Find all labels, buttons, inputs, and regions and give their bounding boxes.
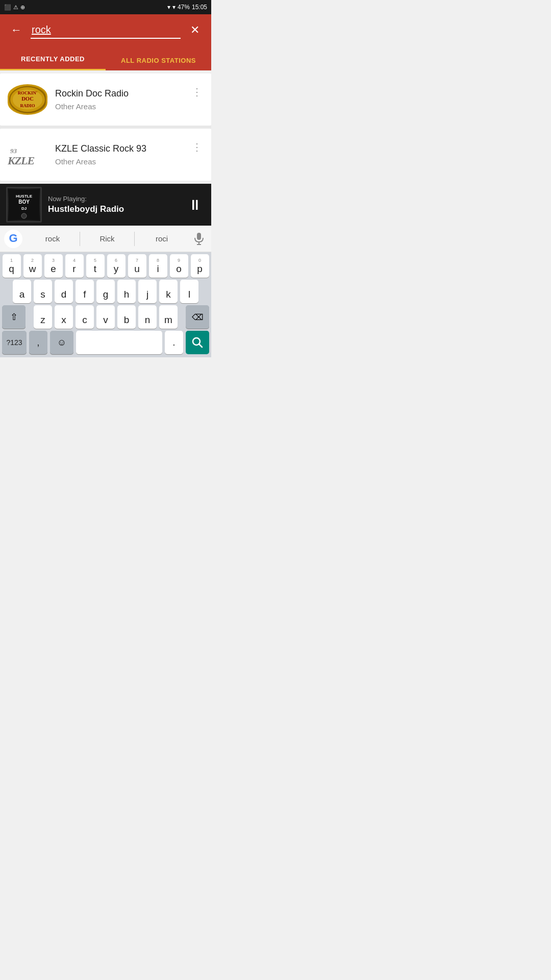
now-playing-info: Now Playing: Hustleboydj Radio — [48, 195, 179, 214]
svg-text:93: 93 — [10, 147, 17, 155]
svg-text:DOC: DOC — [21, 95, 34, 102]
station-logo-kzle: 93 KZLE — [7, 137, 48, 173]
status-right: ▾ ▾ 47% 15:05 — [167, 4, 207, 11]
svg-text:ROCKIN': ROCKIN' — [18, 90, 37, 95]
key-z[interactable]: z — [34, 305, 52, 329]
key-b[interactable]: b — [117, 305, 136, 329]
suggestion-rock[interactable]: rock — [26, 234, 80, 243]
svg-text:KZLE: KZLE — [8, 154, 35, 167]
tab-bar: RECENTLY ADDED ALL RADIO STATIONS — [0, 46, 211, 70]
key-m[interactable]: m — [159, 305, 178, 329]
warning-icon: ⚠ — [13, 4, 18, 11]
notification-icon: ⬛ — [4, 4, 11, 11]
key-r[interactable]: 4r — [65, 254, 84, 278]
svg-line-18 — [199, 344, 202, 347]
svg-rect-14 — [197, 233, 201, 240]
svg-point-11 — [21, 213, 27, 218]
key-q[interactable]: 1q — [3, 254, 21, 278]
keyboard-row-2: a s d f g h j k l — [0, 278, 211, 303]
rockin-doc-logo-image: ROCKIN' DOC RADIO — [8, 84, 47, 115]
pause-button[interactable]: ⏸ — [185, 197, 205, 213]
key-p[interactable]: 0p — [191, 254, 209, 278]
key-f[interactable]: f — [76, 280, 94, 303]
station-card-rockin-doc[interactable]: ROCKIN' DOC RADIO Rockin Doc Radio Other… — [0, 74, 211, 126]
station-name-rockin-doc: Rockin Doc Radio — [55, 88, 183, 99]
keyboard: 1q 2w 3e 4r 5t 6y 7u 8i 9o 0p a s d f g … — [0, 252, 211, 357]
num-switch-key[interactable]: ?123 — [2, 331, 27, 354]
svg-text:DJ: DJ — [21, 206, 27, 211]
svg-text:G: G — [9, 232, 17, 244]
key-k[interactable]: k — [159, 280, 178, 303]
search-input[interactable] — [31, 22, 181, 39]
key-l[interactable]: l — [180, 280, 198, 303]
station-name-kzle: KZLE Classic Rock 93 — [55, 143, 183, 154]
space-key[interactable] — [76, 331, 162, 354]
key-g[interactable]: g — [96, 280, 115, 303]
now-playing-bar: HUSTLE BOY DJ Now Playing: Hustleboydj R… — [0, 184, 211, 226]
key-j[interactable]: j — [138, 280, 157, 303]
emoji-key[interactable]: ☺ — [50, 331, 73, 354]
key-i[interactable]: 8i — [149, 254, 167, 278]
search-header: ← ✕ — [0, 14, 211, 46]
keyboard-row-1: 1q 2w 3e 4r 5t 6y 7u 8i 9o 0p — [0, 252, 211, 278]
station-menu-rockin-doc[interactable]: ⋮ — [190, 84, 204, 100]
now-playing-logo-inner: HUSTLE BOY DJ — [8, 188, 40, 221]
key-y[interactable]: 6y — [107, 254, 126, 278]
key-s[interactable]: s — [34, 280, 52, 303]
close-button[interactable]: ✕ — [187, 23, 203, 37]
tab-all-radio-stations[interactable]: ALL RADIO STATIONS — [106, 51, 211, 70]
mic-icon[interactable] — [191, 230, 207, 248]
key-x[interactable]: x — [55, 305, 73, 329]
station-area-rockin-doc: Other Areas — [55, 102, 183, 111]
kzle-logo-image: 93 KZLE — [8, 141, 47, 168]
signal-icon: ▾ — [172, 4, 176, 11]
key-e[interactable]: 3e — [44, 254, 63, 278]
key-u[interactable]: 7u — [128, 254, 146, 278]
search-button[interactable] — [186, 331, 209, 354]
battery-text: 47% — [178, 4, 190, 11]
suggestion-rick[interactable]: Rick — [80, 234, 134, 243]
google-logo: G — [4, 230, 22, 248]
wifi-icon: ▾ — [167, 4, 170, 11]
suggestions-bar: G rock Rick roci — [0, 226, 211, 252]
key-d[interactable]: d — [55, 280, 73, 303]
now-playing-title: Hustleboydj Radio — [48, 204, 179, 214]
period-key[interactable]: . — [165, 331, 183, 354]
station-info-rockin-doc: Rockin Doc Radio Other Areas — [55, 88, 183, 111]
row3-letters: z x c v b n m — [28, 305, 183, 329]
key-n[interactable]: n — [138, 305, 157, 329]
key-t[interactable]: 5t — [86, 254, 105, 278]
now-playing-label: Now Playing: — [48, 195, 179, 203]
station-info-kzle: KZLE Classic Rock 93 Other Areas — [55, 143, 183, 166]
now-playing-logo: HUSTLE BOY DJ — [6, 187, 42, 223]
station-logo-rockin-doc: ROCKIN' DOC RADIO — [7, 82, 48, 117]
comma-key[interactable]: , — [29, 331, 47, 354]
keyboard-row-bottom: ?123 , ☺ . — [0, 329, 211, 357]
shift-key[interactable]: ⇧ — [2, 305, 26, 329]
station-menu-kzle[interactable]: ⋮ — [190, 139, 204, 155]
station-list: ROCKIN' DOC RADIO Rockin Doc Radio Other… — [0, 74, 211, 181]
svg-text:BOY: BOY — [18, 199, 30, 205]
key-h[interactable]: h — [117, 280, 136, 303]
tab-recently-added[interactable]: RECENTLY ADDED — [0, 49, 106, 70]
key-a[interactable]: a — [13, 280, 31, 303]
back-button[interactable]: ← — [8, 23, 24, 37]
key-v[interactable]: v — [96, 305, 115, 329]
svg-text:RADIO: RADIO — [20, 103, 35, 108]
key-w[interactable]: 2w — [23, 254, 42, 278]
key-c[interactable]: c — [76, 305, 94, 329]
status-icons: ⬛ ⚠ ⊕ — [4, 4, 25, 11]
station-card-kzle[interactable]: 93 KZLE KZLE Classic Rock 93 Other Areas… — [0, 129, 211, 181]
time-display: 15:05 — [192, 4, 207, 11]
backspace-key[interactable]: ⌫ — [186, 305, 209, 329]
status-bar: ⬛ ⚠ ⊕ ▾ ▾ 47% 15:05 — [0, 0, 211, 14]
add-icon: ⊕ — [20, 4, 25, 11]
station-area-kzle: Other Areas — [55, 157, 183, 166]
suggestion-roci[interactable]: roci — [135, 234, 189, 243]
svg-text:HUSTLE: HUSTLE — [16, 194, 33, 199]
key-o[interactable]: 9o — [170, 254, 188, 278]
keyboard-row-3: ⇧ z x c v b n m ⌫ — [0, 303, 211, 329]
